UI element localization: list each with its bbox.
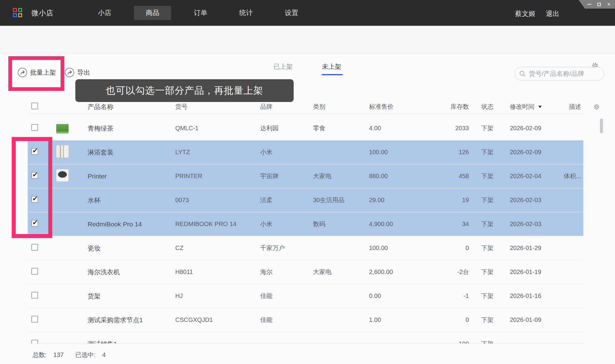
nav-item-小店[interactable]: 小店 <box>89 6 121 20</box>
col-header-price[interactable]: 标准售价 <box>367 103 440 111</box>
logout-button[interactable]: 退出 <box>546 9 559 18</box>
row-checkbox[interactable] <box>31 340 38 343</box>
product-brand: 达利园 <box>258 124 311 132</box>
total-label: 总数: <box>33 351 47 359</box>
product-price: 2,600.00 <box>367 268 440 276</box>
product-brand: 佳能 <box>258 292 311 300</box>
search-input[interactable] <box>529 70 597 77</box>
product-modified-date: 2026-01-19 <box>503 268 557 276</box>
product-price: 100.00 <box>367 245 440 252</box>
product-modified-date: 2026-02-03 <box>503 221 557 228</box>
product-brand: 宇宙牌 <box>258 172 311 180</box>
maximize-button[interactable] <box>597 2 601 6</box>
col-header-name[interactable]: 产品名称 <box>85 103 172 111</box>
col-header-modified[interactable]: 修改时间 <box>503 103 557 111</box>
table-row[interactable]: 青梅绿茶 QMLC-1 达利园 零食 4.00 2033 下架 2026-02-… <box>28 116 583 140</box>
product-status: 下架 <box>469 316 503 324</box>
active-tab-underline <box>322 74 343 75</box>
tutorial-tooltip: 也可以勾选一部分产品，再批量上架 <box>75 79 294 102</box>
col-header-stock[interactable]: 库存数 <box>440 103 469 111</box>
minimize-button[interactable] <box>587 2 591 6</box>
table-row[interactable]: RedmiBook Pro 14 REDMIBOOK PRO 14 小米 数码 … <box>28 212 583 236</box>
product-name: 货架 <box>85 292 172 300</box>
topbar: 微小店 小店商品订单统计设置 蔡文姬 退出 × <box>0 0 615 26</box>
product-status: 下架 <box>469 340 503 343</box>
product-name: RedmiBook Pro 14 <box>85 221 172 228</box>
main-nav: 小店商品订单统计设置 <box>82 0 314 26</box>
nav-item-订单[interactable]: 订单 <box>184 6 216 20</box>
product-sku: CZ <box>172 245 258 252</box>
product-category: 数码 <box>311 220 367 228</box>
selected-label: 已选中: <box>75 351 96 359</box>
product-name: Printer <box>85 173 172 180</box>
col-header-desc[interactable]: 描述 <box>557 103 583 111</box>
column-settings-gear-icon[interactable] <box>593 103 600 111</box>
product-price: 4,900.00 <box>367 221 440 228</box>
product-sku: CSCGXQJD1 <box>172 316 258 323</box>
product-category: 30生活用品 <box>311 196 367 204</box>
product-category: 大家电 <box>311 172 367 180</box>
table-row[interactable]: 淋浴套装 LYTZ 小米 100.00 126 下架 2026-02-09 <box>28 140 583 164</box>
row-checkbox[interactable] <box>31 316 38 323</box>
product-category: 零食 <box>311 124 367 132</box>
col-header-sku[interactable]: 货号 <box>172 103 258 111</box>
table-row[interactable]: Printer PRINTER 宇宙牌 大家电 880.00 458 下架 20… <box>28 164 583 188</box>
col-header-brand[interactable]: 品牌 <box>258 103 311 111</box>
product-brand: 洁柔 <box>258 196 311 204</box>
table-row[interactable]: 测试采购需求节点1 CSCGXQJD1 佳能 1.00 0 下架 2026-01… <box>28 308 583 332</box>
product-sku: PRINTER <box>172 173 258 180</box>
product-stock: 34 <box>440 221 469 228</box>
product-stock: 0 <box>440 316 469 323</box>
product-stock: -2台 <box>440 268 469 276</box>
product-sku: REDMIBOOK PRO 14 <box>172 221 258 228</box>
tab-onshelf[interactable]: 已上架 <box>273 62 293 71</box>
table-row[interactable]: 货架 HJ 佳能 0.00 -1 下架 2026-01-16 <box>28 284 583 308</box>
table-row[interactable]: 测试销售1 100 下架 <box>28 332 583 343</box>
user-name[interactable]: 蔡文姬 <box>515 9 535 18</box>
nav-item-统计[interactable]: 统计 <box>230 6 262 20</box>
row-checkbox[interactable] <box>31 268 38 275</box>
product-brand: 佳能 <box>258 316 311 324</box>
product-category: 大家电 <box>311 268 367 276</box>
product-name: 测试销售1 <box>85 340 172 344</box>
export-button[interactable]: 导出 <box>65 68 90 77</box>
product-sku: LYTZ <box>172 149 258 156</box>
product-status: 下架 <box>469 292 503 300</box>
col-header-category[interactable]: 类别 <box>311 103 367 111</box>
row-checkbox[interactable] <box>31 124 38 131</box>
product-name: 海尔洗衣机 <box>85 268 172 276</box>
product-image <box>56 145 69 158</box>
row-checkbox[interactable] <box>31 244 38 251</box>
product-price: 0.00 <box>367 292 440 299</box>
table-row[interactable]: 海尔洗衣机 H8011 海尔 大家电 2,600.00 -2台 下架 2026-… <box>28 260 583 284</box>
vertical-scrollbar-thumb[interactable] <box>600 119 603 133</box>
product-price: 100.00 <box>367 149 440 156</box>
product-brand: 小米 <box>258 148 311 156</box>
product-price: 1.00 <box>367 316 440 323</box>
product-name: 测试采购需求节点1 <box>85 316 172 324</box>
product-name: 淋浴套装 <box>85 148 172 157</box>
selected-count: 4 <box>102 351 106 358</box>
col-header-status[interactable]: 状态 <box>469 103 503 111</box>
nav-item-设置[interactable]: 设置 <box>276 6 308 20</box>
product-stock: 458 <box>440 173 469 180</box>
window-controls: × <box>579 0 615 9</box>
product-image <box>56 169 69 182</box>
select-all-checkbox[interactable] <box>31 103 38 109</box>
product-name: 青梅绿茶 <box>85 124 172 133</box>
app-title: 微小店 <box>31 8 54 18</box>
product-modified-date: 2026-02-09 <box>503 125 557 132</box>
product-modified-date: 2026-01-29 <box>503 245 557 252</box>
table-row[interactable]: 瓷妆 CZ 千家万户 100.00 0 下架 2026-01-29 <box>28 236 583 260</box>
row-checkbox[interactable] <box>31 292 38 299</box>
nav-item-商品[interactable]: 商品 <box>134 6 171 20</box>
close-button[interactable]: × <box>607 2 611 6</box>
total-count: 137 <box>54 351 64 358</box>
tab-offshelf[interactable]: 未上架 <box>322 62 341 71</box>
table-row[interactable]: 水杯 0073 洁柔 30生活用品 29.00 19 下架 2026-02-03 <box>28 188 583 212</box>
search-box <box>514 67 604 80</box>
app-logo-icon <box>13 8 23 18</box>
product-price: 880.00 <box>367 173 440 180</box>
product-modified-date: 2026-02-04 <box>503 173 557 180</box>
sort-desc-icon <box>538 106 542 108</box>
